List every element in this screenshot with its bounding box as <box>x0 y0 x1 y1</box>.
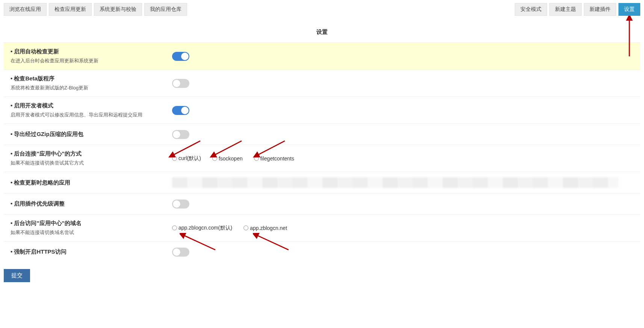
toggle[interactable] <box>172 200 189 209</box>
radio-circle-icon <box>243 225 248 230</box>
setting-row: 导出经过GZip压缩的应用包 <box>4 124 640 145</box>
setting-desc: 在进入后台时会检查应用更新和系统更新 <box>11 57 172 64</box>
radio-option[interactable]: filegetcontents <box>254 155 294 162</box>
radio-label: app.zblogcn.net <box>250 225 287 231</box>
setting-row: 后台连接"应用中心"的方式如果不能连接请切换尝试其它方式curl(默认)fsoc… <box>4 145 640 172</box>
setting-row: 启用开发者模式启用开发者模式可以修改应用信息、导出应用和远程提交应用 <box>4 97 640 124</box>
redacted-content <box>172 177 618 188</box>
topbar-button-检查应用更新[interactable]: 检查应用更新 <box>49 3 92 16</box>
radio-label: fsockopen <box>219 156 243 162</box>
setting-title: 后台访问"应用中心"的域名 <box>11 220 172 227</box>
radio-option[interactable]: app.zblogcn.net <box>243 225 287 231</box>
topbar-button-设置[interactable]: 设置 <box>618 3 640 16</box>
setting-desc: 启用开发者模式可以修改应用信息、导出应用和远程提交应用 <box>11 112 172 118</box>
toggle[interactable] <box>172 130 189 139</box>
radio-option[interactable]: curl(默认) <box>172 155 201 162</box>
radio-label: filegetcontents <box>260 156 294 162</box>
radio-option[interactable]: fsockopen <box>212 155 243 162</box>
topbar-button-系统更新与校验[interactable]: 系统更新与校验 <box>94 3 142 16</box>
setting-title: 检查更新时忽略的应用 <box>11 179 172 186</box>
toggle[interactable] <box>172 248 189 257</box>
setting-title: 启用开发者模式 <box>11 102 172 109</box>
topbar-button-新建主题[interactable]: 新建主题 <box>549 3 582 16</box>
setting-title: 启用自动检查更新 <box>11 48 172 55</box>
radio-option[interactable]: app.zblogcn.com(默认) <box>172 225 232 231</box>
topbar-button-安全模式[interactable]: 安全模式 <box>515 3 547 16</box>
topbar-button-新建插件[interactable]: 新建插件 <box>584 3 616 16</box>
radio-label: curl(默认) <box>178 155 201 162</box>
radio-circle-icon <box>254 156 259 161</box>
setting-row: 检查更新时忽略的应用 <box>4 172 640 193</box>
setting-title: 检查Beta版程序 <box>11 75 172 82</box>
submit-button[interactable]: 提交 <box>4 269 30 282</box>
setting-title: 强制开启HTTPS访问 <box>11 248 172 255</box>
setting-row: 启用自动检查更新在进入后台时会检查应用更新和系统更新 <box>4 42 640 70</box>
topbar-button-我的应用仓库[interactable]: 我的应用仓库 <box>144 3 187 16</box>
topbar-button-浏览在线应用[interactable]: 浏览在线应用 <box>4 3 47 16</box>
setting-title: 启用插件优先级调整 <box>11 200 172 207</box>
setting-row: 检查Beta版程序系统将检查最新测试版的Z-Blog更新 <box>4 70 640 97</box>
toggle[interactable] <box>172 106 189 115</box>
setting-row: 后台访问"应用中心"的域名如果不能连接请切换域名尝试app.zblogcn.co… <box>4 214 640 241</box>
setting-title: 后台连接"应用中心"的方式 <box>11 150 172 157</box>
topbar-left: 浏览在线应用检查应用更新系统更新与校验我的应用仓库 <box>4 3 187 16</box>
setting-row: 启用插件优先级调整 <box>4 193 640 214</box>
radio-circle-icon <box>172 225 177 230</box>
setting-desc: 如果不能连接请切换域名尝试 <box>11 229 172 236</box>
toggle[interactable] <box>172 52 189 61</box>
setting-desc: 如果不能连接请切换尝试其它方式 <box>11 160 172 166</box>
setting-desc: 系统将检查最新测试版的Z-Blog更新 <box>11 85 172 91</box>
radio-circle-icon <box>172 156 177 161</box>
radio-label: app.zblogcn.com(默认) <box>178 225 232 231</box>
panel-title: 设置 <box>4 23 640 42</box>
radio-circle-icon <box>212 156 217 161</box>
topbar-right: 安全模式新建主题新建插件设置 <box>515 3 640 16</box>
toggle[interactable] <box>172 79 189 88</box>
setting-row: 强制开启HTTPS访问 <box>4 241 640 262</box>
setting-title: 导出经过GZip压缩的应用包 <box>11 131 172 138</box>
